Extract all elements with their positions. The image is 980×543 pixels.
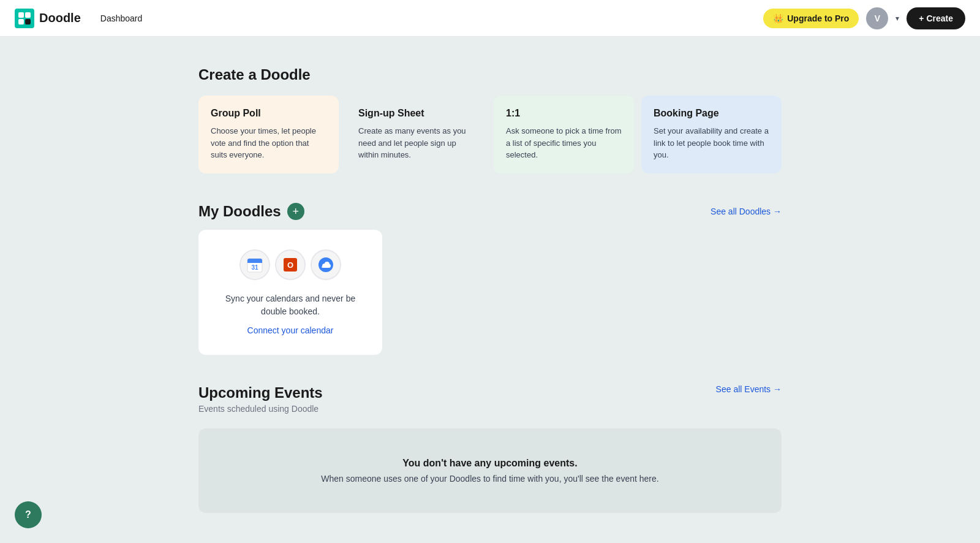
add-doodle-button[interactable]: + — [287, 203, 304, 220]
header-right: 👑 Upgrade to Pro V ▾ + Create — [763, 7, 965, 29]
chevron-down-icon[interactable]: ▾ — [895, 14, 899, 23]
create-section-title: Create a Doodle — [198, 66, 782, 83]
no-events-title: You don't have any upcoming events. — [213, 458, 767, 469]
sync-text: Sync your calendars and never be double … — [213, 292, 368, 318]
upgrade-label: Upgrade to Pro — [787, 13, 849, 23]
booking-page-card[interactable]: Booking Page Set your availability and c… — [641, 96, 782, 173]
crown-icon: 👑 — [773, 13, 783, 23]
signup-sheet-desc: Create as many events as you need and le… — [358, 125, 474, 161]
my-doodles-title: My Doodles — [198, 203, 281, 220]
main-content: Create a Doodle Group Poll Choose your t… — [184, 37, 796, 542]
my-doodles-section: My Doodles + See all Doodles → 31 — [198, 203, 782, 355]
svg-rect-0 — [15, 9, 34, 28]
booking-page-title: Booking Page — [654, 108, 769, 119]
svg-rect-7 — [247, 261, 262, 263]
office365-icon: O — [275, 249, 306, 280]
upgrade-button[interactable]: 👑 Upgrade to Pro — [763, 9, 859, 28]
svg-text:31: 31 — [251, 264, 258, 271]
svg-rect-1 — [18, 12, 24, 18]
signup-sheet-card[interactable]: Sign-up Sheet Create as many events as y… — [346, 96, 486, 173]
svg-rect-3 — [18, 19, 24, 25]
help-button[interactable]: ? — [15, 501, 42, 528]
sync-calendar-card: 31 O Sync your cal — [198, 230, 382, 355]
icloud-icon — [311, 249, 341, 280]
group-poll-card[interactable]: Group Poll Choose your times, let people… — [198, 96, 339, 173]
see-all-doodles-link[interactable]: See all Doodles → — [710, 207, 782, 216]
doodle-logo-icon — [15, 9, 34, 28]
logo: Doodle — [15, 9, 81, 28]
my-doodles-header: My Doodles + See all Doodles → — [198, 203, 782, 220]
calendar-icons: 31 O — [239, 249, 341, 280]
group-poll-desc: Choose your times, let people vote and f… — [211, 125, 326, 161]
avatar-initial: V — [875, 13, 880, 23]
oneone-title: 1:1 — [506, 108, 622, 119]
oneone-card[interactable]: 1:1 Ask someone to pick a time from a li… — [494, 96, 634, 173]
signup-sheet-title: Sign-up Sheet — [358, 108, 474, 119]
no-events-card: You don't have any upcoming events. When… — [198, 428, 782, 513]
create-cards-grid: Group Poll Choose your times, let people… — [198, 96, 782, 173]
create-label: + Create — [919, 13, 953, 23]
logo-text: Doodle — [39, 11, 81, 25]
oneone-desc: Ask someone to pick a time from a list o… — [506, 125, 622, 161]
google-calendar-icon: 31 — [239, 249, 270, 280]
nav-dashboard[interactable]: Dashboard — [100, 13, 143, 23]
my-doodles-left: My Doodles + — [198, 203, 304, 220]
create-button[interactable]: + Create — [907, 7, 965, 29]
upcoming-events-section: Upcoming Events Events scheduled using D… — [198, 384, 782, 513]
help-label: ? — [25, 509, 31, 520]
svg-rect-4 — [25, 19, 31, 25]
header: Doodle Dashboard 👑 Upgrade to Pro V ▾ + … — [0, 0, 980, 37]
upcoming-events-title: Upcoming Events — [198, 384, 323, 401]
svg-rect-2 — [25, 12, 31, 18]
upcoming-events-subtitle: Events scheduled using Doodle — [198, 404, 323, 414]
svg-text:O: O — [287, 260, 293, 270]
avatar-button[interactable]: V — [866, 7, 888, 29]
booking-page-desc: Set your availability and create a link … — [654, 125, 769, 161]
connect-calendar-link[interactable]: Connect your calendar — [247, 325, 334, 335]
see-all-events-link[interactable]: See all Events → — [716, 384, 782, 394]
no-events-desc: When someone uses one of your Doodles to… — [213, 474, 767, 484]
upcoming-events-header-left: Upcoming Events Events scheduled using D… — [198, 384, 323, 423]
create-section: Create a Doodle Group Poll Choose your t… — [198, 66, 782, 173]
group-poll-title: Group Poll — [211, 108, 326, 119]
upcoming-events-header: Upcoming Events Events scheduled using D… — [198, 384, 782, 423]
